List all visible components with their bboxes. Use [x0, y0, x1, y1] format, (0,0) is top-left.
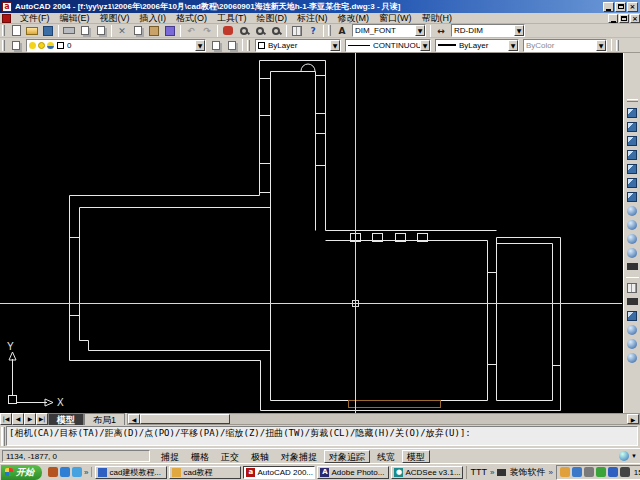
toolbar-grip[interactable]	[2, 25, 5, 36]
layer-properties-manager-button[interactable]	[8, 39, 24, 52]
new-button[interactable]	[8, 24, 24, 37]
clock[interactable]: 15:50	[632, 468, 640, 477]
copy-button[interactable]	[130, 24, 146, 37]
dim-style-button[interactable]: ↔	[433, 24, 449, 37]
status-toggle-0[interactable]: 捕捉	[156, 450, 184, 463]
status-toggle-5[interactable]: 对象追踪	[324, 450, 370, 463]
deskband-label[interactable]: 装饰软件	[509, 466, 545, 479]
menu-修改[interactable]: 修改(M)	[333, 13, 375, 24]
scrollbar-thumb[interactable]	[140, 414, 230, 424]
doc-restore-button[interactable]	[619, 14, 629, 23]
dim-style-combo[interactable]: RD-DIM▼	[451, 24, 525, 37]
menu-窗口[interactable]: 窗口(W)	[374, 13, 417, 24]
menu-工具[interactable]: 工具(T)	[212, 13, 252, 24]
hide-button[interactable]	[625, 309, 640, 322]
coordinates-readout[interactable]: 1134, -1877, 0	[2, 450, 150, 462]
properties-button[interactable]	[289, 24, 305, 37]
plotstyle-combo[interactable]: ByColor▼	[523, 39, 607, 52]
right-view-button[interactable]	[625, 162, 640, 175]
status-toggle-4[interactable]: 对象捕捉	[276, 450, 322, 463]
status-tray-arrow-icon[interactable]: ▼	[631, 453, 637, 459]
left-view-button[interactable]	[625, 148, 640, 161]
layer-previous-button[interactable]	[224, 39, 240, 52]
plotstyle-combo-dropdown-icon[interactable]: ▼	[596, 40, 606, 51]
tab-nav-last[interactable]: ▶|	[36, 413, 48, 425]
toolbar-grip[interactable]	[616, 40, 619, 51]
undo-button[interactable]: ↶	[183, 24, 199, 37]
linetype-combo[interactable]: CONTINUOUS▼	[345, 39, 431, 52]
save-button[interactable]	[40, 24, 56, 37]
shaded-with-edges-button[interactable]	[625, 351, 640, 364]
status-toggle-1[interactable]: 栅格	[186, 450, 214, 463]
color-combo-dropdown-icon[interactable]: ▼	[330, 40, 340, 51]
tab-model[interactable]: 模型	[48, 413, 84, 425]
scenes-button[interactable]	[625, 295, 640, 308]
view-toolbar-grip[interactable]	[627, 99, 638, 102]
minimize-button[interactable]	[603, 2, 614, 12]
render-button[interactable]	[625, 281, 640, 294]
start-button[interactable]: 开始	[1, 465, 42, 480]
taskbar-task-folder[interactable]: cad教程	[169, 466, 241, 479]
toolbar-overflow-icon[interactable]: »	[490, 468, 494, 477]
toolbar-grip[interactable]	[328, 25, 331, 36]
paste-button[interactable]	[146, 24, 162, 37]
quick-launch-overflow-icon[interactable]: »	[84, 468, 88, 477]
help-button[interactable]: ?	[305, 24, 321, 37]
quick-launch-3[interactable]	[72, 467, 82, 477]
command-window-grip[interactable]	[1, 427, 5, 446]
quick-launch-2[interactable]	[60, 467, 70, 477]
command-line[interactable]: [相机(CA)/目标(TA)/距离(D)/点(PO)/平移(PA)/缩放(Z)/…	[6, 426, 638, 446]
tray-icon-3[interactable]	[584, 467, 594, 477]
top-view-button[interactable]	[625, 120, 640, 133]
plot-preview-button[interactable]	[77, 24, 93, 37]
horizontal-scrollbar[interactable]: ◀▶	[127, 413, 640, 425]
deskband-overflow-icon[interactable]: »	[548, 468, 552, 477]
nw-isometric-button[interactable]	[625, 246, 640, 259]
text-style-button[interactable]: A	[334, 24, 350, 37]
menu-标注[interactable]: 标注(N)	[292, 13, 333, 24]
scroll-left-icon[interactable]: ◀	[128, 414, 140, 424]
doc-minimize-button[interactable]	[608, 14, 618, 23]
document-icon[interactable]	[2, 14, 11, 23]
tab-layout[interactable]: 布局1	[84, 413, 125, 425]
taskbar-task-autocad[interactable]: aAutoCAD 200...	[243, 466, 315, 479]
linetype-combo-dropdown-icon[interactable]: ▼	[420, 40, 430, 51]
toolbar-grip[interactable]	[2, 40, 5, 51]
communication-center-icon[interactable]	[619, 451, 629, 461]
redo-button[interactable]: ↷	[199, 24, 215, 37]
tray-icon-2[interactable]	[572, 467, 582, 477]
command-window[interactable]: [相机(CA)/目标(TA)/距离(D)/点(PO)/平移(PA)/缩放(Z)/…	[0, 425, 640, 448]
zoom-window-button[interactable]	[252, 24, 268, 37]
menu-帮助[interactable]: 帮助(H)	[417, 13, 458, 24]
zoom-realtime-button[interactable]	[236, 24, 252, 37]
tray-icon-6[interactable]	[620, 467, 630, 477]
camera-button[interactable]	[625, 260, 640, 273]
plot-button[interactable]	[61, 24, 77, 37]
scroll-right-icon[interactable]: ▶	[627, 414, 639, 424]
taskbar-task-photoshop[interactable]: AAdobe Photo...	[317, 466, 389, 479]
se-isometric-button[interactable]	[625, 218, 640, 231]
toolbar-grip[interactable]	[247, 40, 250, 51]
quick-launch-1[interactable]	[48, 467, 58, 477]
status-toggle-7[interactable]: 模型	[402, 450, 430, 463]
status-toggle-3[interactable]: 极轴	[246, 450, 274, 463]
make-object-layer-current-button[interactable]	[208, 39, 224, 52]
menu-插入[interactable]: 插入(I)	[135, 13, 172, 24]
close-button[interactable]: ×	[627, 2, 638, 12]
status-toggle-2[interactable]: 正交	[216, 450, 244, 463]
front-view-button[interactable]	[625, 176, 640, 189]
tab-nav-first[interactable]: |◀	[0, 413, 12, 425]
menu-绘图[interactable]: 绘图(D)	[252, 13, 293, 24]
taskbar-task-cad-doc[interactable]: cad建模教程...	[95, 466, 167, 479]
color-combo[interactable]: ByLayer▼	[255, 39, 341, 52]
layer-combo[interactable]: 0▼	[26, 39, 206, 52]
lineweight-combo-dropdown-icon[interactable]: ▼	[508, 40, 518, 51]
menu-格式[interactable]: 格式(O)	[171, 13, 212, 24]
menu-视图[interactable]: 视图(V)	[95, 13, 135, 24]
sw-isometric-button[interactable]	[625, 204, 640, 217]
flat-shaded-button[interactable]	[625, 323, 640, 336]
tray-icon-4[interactable]	[596, 467, 606, 477]
named-views-button[interactable]	[625, 106, 640, 119]
text-style-combo[interactable]: DIM_FONT▼	[352, 24, 426, 37]
menu-文件[interactable]: 文件(F)	[15, 13, 55, 24]
